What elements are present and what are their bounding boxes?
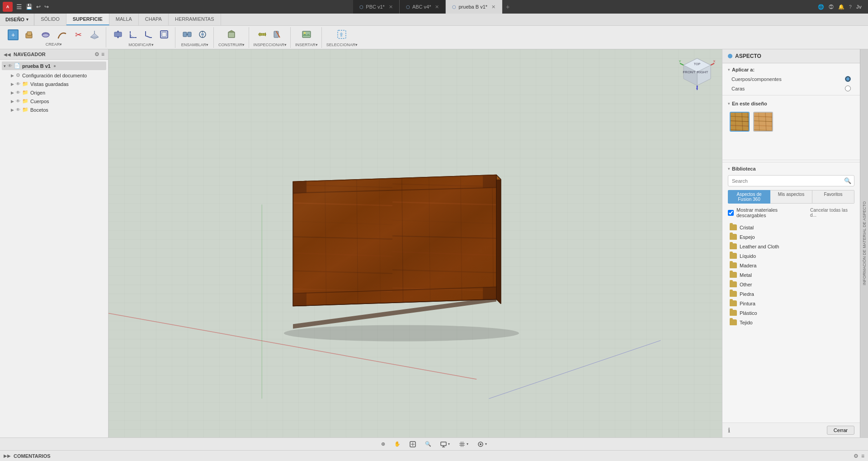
- lib-tab-fav[interactable]: Favoritos: [812, 190, 854, 204]
- mat-item-metal[interactable]: Metal: [728, 270, 854, 280]
- btn-orbit[interactable]: ⊕: [378, 440, 388, 448]
- btn-joint[interactable]: [180, 28, 194, 42]
- nav-item-bocetos[interactable]: ▶ 👁 📁 Bocetos: [2, 105, 106, 114]
- comments-toggle-icon[interactable]: ▶▶: [4, 453, 11, 458]
- tab-solido[interactable]: SÓLIDO: [34, 14, 66, 25]
- modificar-group-label[interactable]: MODIFICAR▾: [128, 43, 154, 47]
- side-tab[interactable]: INFORMACIÓN DE MATERIAL DE ASPECTO: [860, 49, 868, 437]
- mat-item-tejido[interactable]: Tejido: [728, 318, 854, 327]
- axis-cube[interactable]: RIGHT FRONT TOP Z X Y: [679, 56, 715, 92]
- lib-tab-fusion[interactable]: Aspectos de Fusion 360: [728, 190, 770, 204]
- nav-config-expand[interactable]: ▶: [11, 73, 14, 78]
- nav-item-config[interactable]: ▶ ⚙ Configuración del documento: [2, 71, 106, 80]
- apply-cuerpos-radio[interactable]: [845, 76, 851, 82]
- app-logo[interactable]: A: [3, 2, 13, 12]
- cerrar-button[interactable]: Cerrar: [827, 426, 854, 435]
- tab-chapa[interactable]: CHAPA: [139, 14, 169, 25]
- navigator-settings-icon[interactable]: ⚙: [94, 51, 99, 57]
- tab-superficie[interactable]: SUPERFICIE: [66, 14, 109, 25]
- btn-snap[interactable]: ▾: [475, 440, 490, 448]
- file-save-icon[interactable]: 💾: [26, 4, 33, 10]
- nav-cuerpos-expand[interactable]: ▶: [11, 99, 14, 104]
- comments-settings-icon[interactable]: ⚙: [854, 453, 859, 459]
- show-materials-checkbox[interactable]: [728, 210, 734, 216]
- info-icon[interactable]: ℹ: [728, 427, 730, 434]
- tab-prueba[interactable]: ⬡ prueba B v1* ✕: [446, 0, 502, 14]
- crear-group-label[interactable]: CREAR▾: [46, 42, 62, 47]
- notifications-icon[interactable]: 🔔: [838, 4, 844, 10]
- btn-pan[interactable]: ✋: [392, 440, 403, 448]
- btn-display[interactable]: ▾: [438, 440, 453, 448]
- mat-item-other[interactable]: Other: [728, 280, 854, 289]
- navigator-more-icon[interactable]: ≡: [101, 51, 104, 57]
- btn-insert-image[interactable]: [299, 28, 314, 42]
- nav-item-vistas[interactable]: ▶ 👁 📁 Vistas guardadas: [2, 80, 106, 88]
- nav-root-item[interactable]: ▾ 👁 📄 prueba B v1 ●: [2, 62, 106, 70]
- btn-zoom-window[interactable]: 🔍: [422, 440, 434, 448]
- tab-malla[interactable]: MALLA: [109, 14, 139, 25]
- menu-icon[interactable]: ☰: [16, 3, 22, 10]
- user-avatar[interactable]: Jv: [856, 4, 862, 10]
- btn-plane[interactable]: [87, 28, 102, 42]
- cancel-all-link[interactable]: Cancelar todas las d...: [810, 208, 854, 218]
- nav-root-eye[interactable]: 👁: [8, 63, 12, 68]
- navigator-collapse-icon[interactable]: ◀◀: [4, 52, 11, 57]
- nav-icon[interactable]: 🌐: [818, 4, 824, 10]
- tab-pbc[interactable]: ⬡ PBC v1* ✕: [353, 0, 400, 14]
- comments-more-icon[interactable]: ≡: [861, 453, 864, 459]
- mat-item-pintura[interactable]: Pintura: [728, 299, 854, 308]
- btn-zoom-fit[interactable]: [407, 440, 419, 448]
- btn-sweep[interactable]: [54, 28, 70, 42]
- swatch-2[interactable]: [753, 112, 773, 132]
- mat-item-cristal[interactable]: Cristal: [728, 223, 854, 232]
- mat-item-plastico[interactable]: Plástico: [728, 308, 854, 318]
- library-search-input[interactable]: [728, 176, 841, 185]
- btn-chamfer[interactable]: [142, 28, 156, 42]
- mat-item-espejo[interactable]: Espejo: [728, 232, 854, 242]
- design-button[interactable]: DISEÑO ▾: [0, 14, 34, 25]
- nav-cuerpos-eye[interactable]: 👁: [16, 99, 20, 104]
- tab-pbc-close[interactable]: ✕: [389, 4, 393, 10]
- tab-herramientas[interactable]: HERRAMIENTAS: [169, 14, 221, 25]
- nav-root-expand[interactable]: ▾: [4, 64, 6, 68]
- apply-to-arrow[interactable]: ▾: [728, 67, 730, 72]
- tab-abc-close[interactable]: ✕: [435, 4, 439, 10]
- apply-caras-radio[interactable]: [845, 86, 851, 91]
- btn-build[interactable]: [224, 28, 239, 42]
- viewport[interactable]: RIGHT FRONT TOP Z X Y: [108, 49, 722, 437]
- btn-extrude[interactable]: [22, 28, 37, 42]
- btn-press-pull[interactable]: [111, 28, 125, 42]
- inspeccionar-group-label[interactable]: INSPECCIONAR▾: [254, 43, 287, 47]
- btn-measure[interactable]: [255, 28, 269, 42]
- nav-bocetos-eye[interactable]: 👁: [16, 107, 20, 112]
- btn-grid-settings[interactable]: ▾: [456, 440, 471, 448]
- library-search-icon[interactable]: 🔍: [841, 176, 854, 186]
- mat-item-madera[interactable]: Madera: [728, 261, 854, 270]
- btn-new-component[interactable]: +: [5, 28, 21, 42]
- redo-icon[interactable]: ↪: [44, 4, 49, 10]
- tab-prueba-close[interactable]: ✕: [491, 4, 495, 10]
- library-header[interactable]: ▾ Biblioteca: [722, 162, 860, 173]
- seleccionar-group-label[interactable]: SELECCIONAR▾: [326, 43, 358, 47]
- help-icon[interactable]: ?: [849, 4, 852, 10]
- nav-vistas-expand[interactable]: ▶: [11, 82, 14, 86]
- mat-item-liquido[interactable]: Líquido: [728, 251, 854, 261]
- nav-origen-expand[interactable]: ▶: [11, 90, 14, 95]
- btn-select[interactable]: [335, 28, 349, 42]
- btn-fillet[interactable]: [126, 28, 141, 42]
- btn-revolve[interactable]: [38, 28, 53, 42]
- in-design-header[interactable]: ▾ En este diseño: [722, 97, 860, 108]
- btn-section[interactable]: [270, 28, 285, 42]
- nav-item-cuerpos[interactable]: ▶ 👁 📁 Cuerpos: [2, 97, 106, 105]
- btn-cut[interactable]: ✂: [71, 28, 86, 42]
- construir-group-label[interactable]: CONSTRUIR▾: [218, 43, 245, 47]
- nav-origen-eye[interactable]: 👁: [16, 90, 20, 95]
- nav-item-origen[interactable]: ▶ 👁 📁 Origen: [2, 88, 106, 97]
- lib-tab-mis[interactable]: Mis aspectos: [770, 190, 812, 204]
- btn-motion[interactable]: [195, 28, 210, 42]
- undo-icon[interactable]: ↩: [36, 4, 41, 10]
- mat-item-leather[interactable]: Leather and Cloth: [728, 242, 854, 251]
- mat-item-piedra[interactable]: Piedra: [728, 289, 854, 299]
- swatch-1[interactable]: [730, 112, 750, 132]
- nav-vistas-eye[interactable]: 👁: [16, 81, 20, 86]
